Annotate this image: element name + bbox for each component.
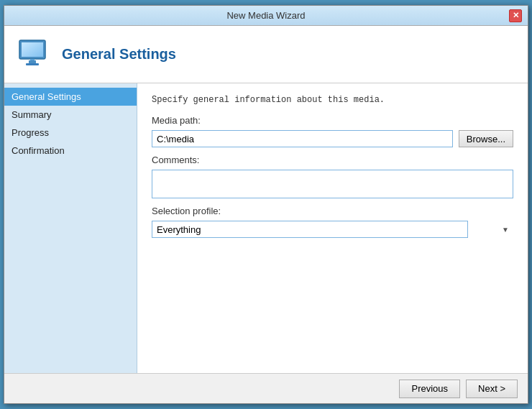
browse-button[interactable]: Browse... [459,130,513,147]
selection-profile-group: Selection profile: Everything Custom Sta… [152,206,513,238]
media-path-row: Browse... [152,130,513,147]
footer-area: Previous Next > [4,373,528,403]
sidebar-item-summary[interactable]: Summary [4,106,137,124]
chevron-down-icon: ▼ [502,226,509,234]
title-bar: New Media Wizard ✕ [4,6,528,26]
comments-group: Comments: [152,155,513,198]
svg-rect-5 [29,60,36,63]
previous-button[interactable]: Previous [399,380,460,398]
comments-input[interactable] [152,170,513,198]
next-button[interactable]: Next > [466,380,518,398]
sidebar-item-general-settings[interactable]: General Settings [4,88,137,106]
selection-profile-select[interactable]: Everything Custom Standard [152,221,468,238]
page-title: General Settings [62,46,176,63]
media-path-label: Media path: [152,115,513,126]
content-area: General Settings Summary Progress Confir… [4,83,528,373]
header-area: General Settings [4,26,528,83]
sidebar-item-progress[interactable]: Progress [4,124,137,142]
media-path-input[interactable] [152,130,453,147]
close-button[interactable]: ✕ [509,9,522,22]
main-window: New Media Wizard ✕ General Settings Gene… [4,5,528,404]
window-title: New Media Wizard [23,10,509,21]
sidebar: General Settings Summary Progress Confir… [4,83,137,373]
svg-rect-4 [26,63,39,65]
computer-icon [16,37,52,73]
svg-rect-2 [22,42,43,57]
media-path-group: Media path: Browse... [152,115,513,147]
description-text: Specify general information about this m… [152,95,513,105]
main-panel: Specify general information about this m… [137,83,528,373]
comments-label: Comments: [152,155,513,165]
selection-profile-label: Selection profile: [152,206,513,216]
sidebar-item-confirmation[interactable]: Confirmation [4,142,137,160]
selection-profile-wrapper: Everything Custom Standard ▼ [152,221,513,238]
